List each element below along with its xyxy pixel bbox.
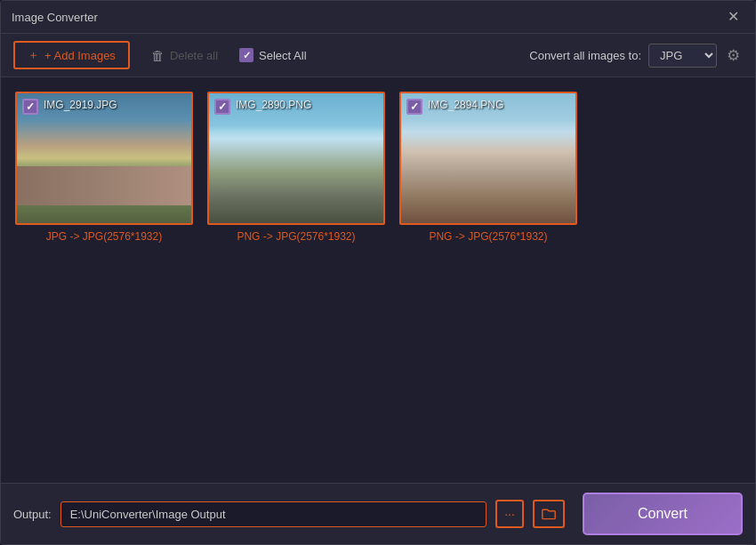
image-card-1: IMG_2919.JPG JPG -> JPG(2576*1932) (15, 92, 193, 243)
image-checkbox-2[interactable] (214, 99, 230, 115)
image-card-2: IMG_2890.PNG PNG -> JPG(2576*1932) (207, 92, 385, 243)
delete-all-button[interactable]: 🗑 Delete all (151, 48, 218, 63)
toolbar: ＋ + Add Images 🗑 Delete all Select All C… (1, 34, 755, 77)
image-thumbnail-2 (209, 93, 383, 223)
convert-all-label: Convert all images to: (529, 49, 641, 62)
image-checkbox-1[interactable] (22, 99, 38, 115)
format-dropdown[interactable]: JPG PNG BMP TIFF WEBP (648, 44, 717, 68)
add-images-button[interactable]: ＋ + Add Images (13, 41, 130, 69)
image-filename-3: IMG_2894.PNG (428, 99, 572, 111)
trash-icon: 🗑 (151, 48, 165, 63)
output-path-display: E:\UniConverter\Image Output (60, 501, 487, 527)
image-info-3: PNG -> JPG(2576*1932) (399, 230, 577, 243)
bottom-bar: Output: E:\UniConverter\Image Output ···… (1, 483, 755, 544)
main-window: Image Converter ✕ ＋ + Add Images 🗑 Delet… (0, 0, 756, 545)
image-card-3: IMG_2894.PNG PNG -> JPG(2576*1932) (399, 92, 577, 243)
close-button[interactable]: ✕ (722, 8, 744, 26)
browse-dots-button[interactable]: ··· (495, 500, 524, 528)
title-bar: Image Converter ✕ (1, 1, 755, 34)
image-info-1: JPG -> JPG(2576*1932) (15, 230, 193, 243)
convert-all-group: Convert all images to: JPG PNG BMP TIFF … (529, 44, 743, 68)
output-label: Output: (13, 508, 52, 521)
image-checkbox-3[interactable] (406, 99, 422, 115)
image-wrapper-3[interactable]: IMG_2894.PNG (399, 92, 577, 225)
images-grid: IMG_2919.JPG JPG -> JPG(2576*1932) IMG_2… (15, 92, 741, 243)
add-images-label: + Add Images (44, 49, 116, 62)
settings-gear-button[interactable]: ⚙ (724, 44, 743, 68)
image-wrapper-2[interactable]: IMG_2890.PNG (207, 92, 385, 225)
open-folder-button[interactable] (533, 500, 565, 528)
convert-label: Convert (638, 506, 688, 521)
image-filename-2: IMG_2890.PNG (236, 99, 380, 111)
image-thumbnail-3 (401, 93, 575, 223)
image-thumbnail-1 (17, 93, 191, 223)
plus-icon: ＋ (28, 47, 39, 63)
main-content: IMG_2919.JPG JPG -> JPG(2576*1932) IMG_2… (1, 77, 755, 483)
select-all-label: Select All (259, 49, 306, 62)
folder-icon (542, 508, 556, 520)
image-info-2: PNG -> JPG(2576*1932) (207, 230, 385, 243)
window-title: Image Converter (12, 11, 98, 24)
delete-all-label: Delete all (170, 49, 218, 62)
convert-button[interactable]: Convert (583, 493, 743, 535)
image-filename-1: IMG_2919.JPG (44, 99, 188, 111)
image-wrapper-1[interactable]: IMG_2919.JPG (15, 92, 193, 225)
select-all-checkbox[interactable] (239, 48, 253, 62)
select-all-control[interactable]: Select All (239, 48, 306, 62)
